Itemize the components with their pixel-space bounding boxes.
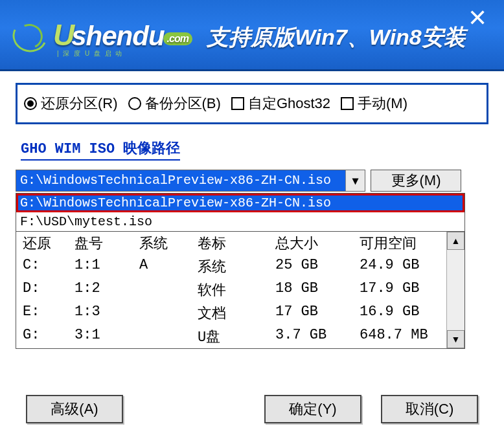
cell-label: 系统	[198, 257, 275, 276]
cell-fs	[139, 280, 198, 300]
cell-drive: G:	[23, 327, 74, 346]
dropdown-item[interactable]: F:\USD\mytest.iso	[16, 212, 464, 231]
more-button[interactable]: 更多(M)	[371, 170, 461, 192]
cell-total: 18 GB	[275, 280, 360, 300]
table-row[interactable]: E:1:3文档17 GB16.9 GB	[16, 302, 464, 325]
cell-disk: 1:2	[74, 280, 139, 300]
radio-backup[interactable]: 备份分区(B)	[128, 94, 221, 113]
table-header-row: 还原 盘号 系统 卷标 总大小 可用空间	[16, 232, 464, 255]
cell-disk: 1:3	[74, 304, 139, 323]
table-scrollbar[interactable]: ▲ ▼	[446, 232, 464, 348]
cancel-button[interactable]: 取消(C)	[381, 395, 478, 423]
scroll-down-icon[interactable]: ▼	[447, 330, 464, 348]
logo: Ushendu.com | 深 度 U 盘 启 动	[12, 17, 192, 58]
cell-drive: E:	[23, 304, 74, 323]
cell-total: 3.7 GB	[275, 327, 360, 346]
cell-disk: 1:1	[74, 257, 139, 276]
image-path-dropdown: G:\WindowsTechnicalPreview-x86-ZH-CN.iso…	[16, 193, 465, 349]
table-row[interactable]: D:1:2软件18 GB17.9 GB	[16, 278, 464, 302]
image-path-combo[interactable]: G:\WindowsTechnicalPreview-x86-ZH-CN.iso…	[16, 170, 365, 192]
cell-total: 25 GB	[275, 257, 360, 276]
scroll-track[interactable]	[447, 250, 464, 330]
radio-restore[interactable]: 还原分区(R)	[24, 94, 118, 113]
radio-label: 备份分区(B)	[145, 94, 221, 113]
table-row[interactable]: G:3:1U盘3.7 GB648.7 MB	[16, 325, 464, 348]
advanced-button[interactable]: 高级(A)	[26, 395, 123, 423]
titlebar-message: 支持原版Win7、Win8安装	[207, 23, 466, 52]
cell-total: 17 GB	[275, 304, 360, 323]
table-row[interactable]: C:1:1A系统25 GB24.9 GB	[16, 255, 464, 278]
dropdown-item[interactable]: G:\WindowsTechnicalPreview-x86-ZH-CN.iso	[16, 194, 464, 212]
mode-options: 还原分区(R) 备份分区(B) 自定Ghost32 手动(M)	[16, 83, 488, 124]
cell-free: 648.7 MB	[360, 327, 444, 346]
cell-fs	[139, 304, 198, 323]
cell-free: 16.9 GB	[360, 304, 444, 323]
checkbox-label: 自定Ghost32	[248, 94, 330, 113]
cell-free: 24.9 GB	[360, 257, 444, 276]
partition-table: 还原 盘号 系统 卷标 总大小 可用空间 C:1:1A系统25 GB24.9 G…	[16, 231, 464, 348]
checkbox-label: 手动(M)	[358, 94, 407, 113]
cell-label: 文档	[198, 304, 275, 323]
ok-button[interactable]: 确定(Y)	[264, 395, 361, 423]
image-path-label: GHO WIM ISO 映像路径	[21, 139, 180, 161]
col-disk: 盘号	[74, 234, 139, 253]
logo-icon	[12, 19, 51, 58]
chevron-down-icon[interactable]: ▾	[345, 170, 365, 191]
cell-drive: C:	[23, 257, 74, 276]
cell-label: U盘	[198, 327, 275, 346]
combo-value[interactable]: G:\WindowsTechnicalPreview-x86-ZH-CN.iso	[16, 170, 345, 191]
cell-disk: 3:1	[74, 327, 139, 346]
radio-icon	[24, 97, 37, 110]
col-fs: 系统	[139, 234, 198, 253]
radio-icon	[128, 97, 141, 110]
titlebar: ✕ Ushendu.com | 深 度 U 盘 启 动 支持原版Win7、Win…	[0, 0, 504, 71]
cell-free: 17.9 GB	[360, 280, 444, 300]
col-total: 总大小	[275, 234, 360, 253]
checkbox-manual[interactable]: 手动(M)	[341, 94, 407, 113]
scroll-up-icon[interactable]: ▲	[447, 232, 464, 250]
checkbox-icon	[341, 97, 354, 110]
cell-fs: A	[139, 257, 198, 276]
radio-label: 还原分区(R)	[41, 94, 118, 113]
col-restore: 还原	[23, 234, 74, 253]
cell-drive: D:	[23, 280, 74, 300]
cell-fs	[139, 327, 198, 346]
close-button[interactable]: ✕	[468, 6, 487, 30]
checkbox-icon	[231, 97, 244, 110]
checkbox-custom-ghost[interactable]: 自定Ghost32	[231, 94, 330, 113]
col-free: 可用空间	[360, 234, 444, 253]
button-bar: 高级(A) 确定(Y) 取消(C)	[0, 395, 504, 423]
cell-label: 软件	[198, 280, 275, 300]
col-label: 卷标	[198, 234, 275, 253]
